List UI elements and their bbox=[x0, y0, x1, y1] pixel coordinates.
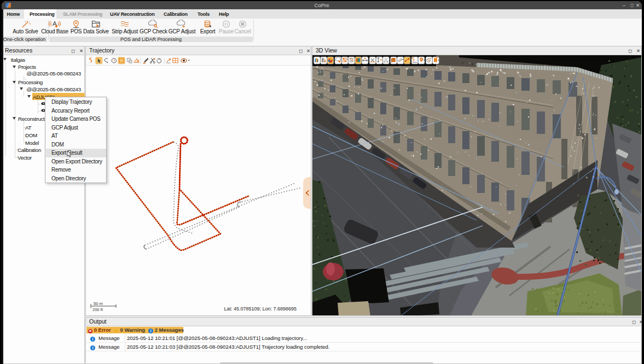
svg-text:Lat: 45.0785109; Lon: 7.689869: Lat: 45.0785109; Lon: 7.6898695 bbox=[224, 306, 297, 312]
svg-text:200 ft: 200 ft bbox=[92, 307, 103, 312]
svg-text:50 m: 50 m bbox=[94, 301, 103, 306]
